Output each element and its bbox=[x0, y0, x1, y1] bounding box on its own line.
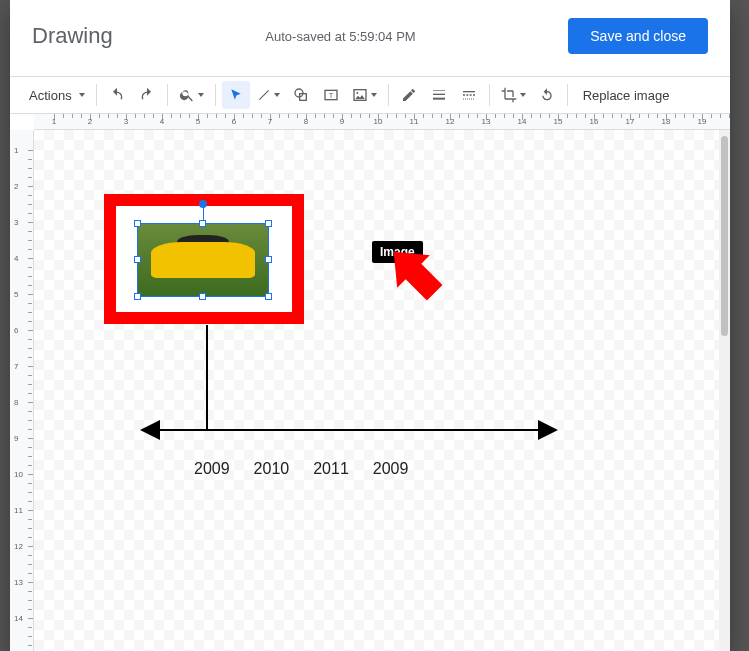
ruler-h-label: 8 bbox=[304, 117, 308, 126]
line-icon bbox=[257, 88, 271, 102]
toolbar: Actions T bbox=[10, 76, 730, 114]
drawing-canvas[interactable]: 2009 2010 2011 2009 Image bbox=[34, 130, 730, 651]
ruler-h-label: 10 bbox=[374, 117, 383, 126]
undo-button[interactable] bbox=[103, 81, 131, 109]
ruler-h-label: 11 bbox=[410, 117, 419, 126]
resize-handle-tl[interactable] bbox=[134, 220, 141, 227]
image-icon bbox=[352, 87, 368, 103]
scrollbar-thumb[interactable] bbox=[721, 136, 728, 336]
line-tool[interactable] bbox=[252, 81, 285, 109]
year-label[interactable]: 2009 bbox=[194, 460, 230, 478]
redo-icon bbox=[139, 87, 155, 103]
separator bbox=[567, 84, 568, 106]
save-and-close-button[interactable]: Save and close bbox=[568, 18, 708, 54]
shape-icon bbox=[293, 87, 309, 103]
highlighted-frame bbox=[104, 194, 304, 324]
resize-handle-ml[interactable] bbox=[134, 256, 141, 263]
year-label[interactable]: 2009 bbox=[373, 460, 409, 478]
ruler-v-label: 2 bbox=[14, 182, 18, 191]
ruler-v-label: 9 bbox=[14, 434, 18, 443]
ruler-v-label: 10 bbox=[14, 470, 23, 479]
svg-point-5 bbox=[356, 92, 358, 94]
zoom-menu[interactable] bbox=[174, 81, 209, 109]
textbox-tool[interactable]: T bbox=[317, 81, 345, 109]
image-tool[interactable] bbox=[347, 81, 382, 109]
callout-arrow-icon bbox=[382, 240, 452, 310]
ruler-v-label: 11 bbox=[14, 506, 23, 515]
work-area: 1234567891011121314 bbox=[10, 130, 730, 651]
svg-rect-8 bbox=[433, 98, 445, 100]
ruler-h-label: 19 bbox=[698, 117, 707, 126]
ruler-v-label: 8 bbox=[14, 398, 18, 407]
resize-handle-tr[interactable] bbox=[265, 220, 272, 227]
ruler-v-label: 14 bbox=[14, 614, 23, 623]
timeline-labels: 2009 2010 2011 2009 bbox=[194, 460, 408, 478]
separator bbox=[489, 84, 490, 106]
ruler-v-label: 13 bbox=[14, 578, 23, 587]
ruler-v-label: 5 bbox=[14, 290, 18, 299]
ruler-h-label: 18 bbox=[662, 117, 671, 126]
border-dash-button[interactable] bbox=[455, 81, 483, 109]
ruler-h-label: 12 bbox=[446, 117, 455, 126]
vertical-scrollbar[interactable] bbox=[719, 130, 730, 651]
ruler-h-label: 17 bbox=[626, 117, 635, 126]
car-graphic-body bbox=[151, 242, 255, 278]
crop-icon bbox=[501, 87, 517, 103]
redo-button[interactable] bbox=[133, 81, 161, 109]
ruler-h-label: 2 bbox=[88, 117, 92, 126]
separator bbox=[388, 84, 389, 106]
drawing-dialog: Drawing Auto-saved at 5:59:04 PM Save an… bbox=[10, 0, 730, 651]
line-dash-icon bbox=[461, 87, 477, 103]
border-weight-button[interactable] bbox=[425, 81, 453, 109]
ruler-h-label: 6 bbox=[232, 117, 236, 126]
resize-handle-br[interactable] bbox=[265, 293, 272, 300]
svg-rect-6 bbox=[433, 90, 445, 91]
timeline-arrow[interactable] bbox=[134, 418, 564, 442]
zoom-icon bbox=[179, 87, 195, 103]
shape-tool[interactable] bbox=[287, 81, 315, 109]
year-label[interactable]: 2010 bbox=[254, 460, 290, 478]
select-tool[interactable] bbox=[222, 81, 250, 109]
selected-image[interactable] bbox=[138, 224, 268, 296]
ruler-h-label: 3 bbox=[124, 117, 128, 126]
ruler-v-label: 3 bbox=[14, 218, 18, 227]
resize-handle-bm[interactable] bbox=[199, 293, 206, 300]
dialog-header: Drawing Auto-saved at 5:59:04 PM Save an… bbox=[10, 0, 730, 76]
crop-button[interactable] bbox=[496, 81, 531, 109]
svg-text:T: T bbox=[328, 91, 333, 100]
ruler-h-label: 15 bbox=[554, 117, 563, 126]
line-weight-icon bbox=[431, 87, 447, 103]
connector-line[interactable] bbox=[206, 325, 208, 430]
svg-rect-7 bbox=[433, 94, 445, 95]
textbox-icon: T bbox=[323, 87, 339, 103]
autosave-status: Auto-saved at 5:59:04 PM bbox=[113, 29, 569, 44]
ruler-v-label: 6 bbox=[14, 326, 18, 335]
ruler-h-label: 16 bbox=[590, 117, 599, 126]
ruler-h-label: 1 bbox=[52, 117, 56, 126]
resize-handle-tm[interactable] bbox=[199, 220, 206, 227]
ruler-v-label: 4 bbox=[14, 254, 18, 263]
replace-image-menu[interactable]: Replace image bbox=[574, 81, 679, 109]
ruler-v-label: 1 bbox=[14, 146, 18, 155]
ruler-h-label: 14 bbox=[518, 117, 527, 126]
year-label[interactable]: 2011 bbox=[313, 460, 349, 478]
svg-rect-9 bbox=[463, 91, 475, 92]
ruler-h-label: 5 bbox=[196, 117, 200, 126]
reset-image-button[interactable] bbox=[533, 81, 561, 109]
ruler-v-label: 12 bbox=[14, 542, 23, 551]
pencil-icon bbox=[401, 87, 417, 103]
resize-handle-bl[interactable] bbox=[134, 293, 141, 300]
ruler-h-label: 9 bbox=[340, 117, 344, 126]
cursor-icon bbox=[229, 88, 243, 102]
border-color-button[interactable] bbox=[395, 81, 423, 109]
ruler-h-label: 7 bbox=[268, 117, 272, 126]
horizontal-ruler: 12345678910111213141516171819 bbox=[34, 114, 730, 130]
undo-icon bbox=[109, 87, 125, 103]
actions-menu[interactable]: Actions bbox=[20, 81, 90, 109]
ruler-h-label: 13 bbox=[482, 117, 491, 126]
separator bbox=[215, 84, 216, 106]
dialog-title: Drawing bbox=[32, 23, 113, 49]
separator bbox=[167, 84, 168, 106]
resize-handle-mr[interactable] bbox=[265, 256, 272, 263]
ruler-v-label: 7 bbox=[14, 362, 18, 371]
